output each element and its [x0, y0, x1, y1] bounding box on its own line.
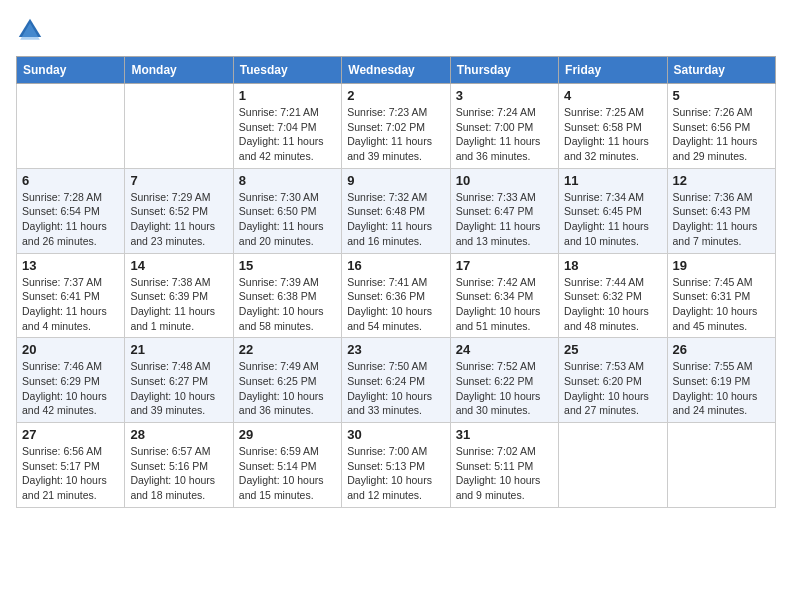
week-row-3: 13Sunrise: 7:37 AMSunset: 6:41 PMDayligh…	[17, 253, 776, 338]
day-details: Sunrise: 7:39 AMSunset: 6:38 PMDaylight:…	[239, 275, 336, 334]
day-cell: 10Sunrise: 7:33 AMSunset: 6:47 PMDayligh…	[450, 168, 558, 253]
day-number: 19	[673, 258, 770, 273]
day-number: 17	[456, 258, 553, 273]
day-cell: 6Sunrise: 7:28 AMSunset: 6:54 PMDaylight…	[17, 168, 125, 253]
day-cell	[17, 84, 125, 169]
day-number: 24	[456, 342, 553, 357]
day-cell: 23Sunrise: 7:50 AMSunset: 6:24 PMDayligh…	[342, 338, 450, 423]
day-cell: 5Sunrise: 7:26 AMSunset: 6:56 PMDaylight…	[667, 84, 775, 169]
day-header-friday: Friday	[559, 57, 667, 84]
day-header-wednesday: Wednesday	[342, 57, 450, 84]
day-cell: 24Sunrise: 7:52 AMSunset: 6:22 PMDayligh…	[450, 338, 558, 423]
day-details: Sunrise: 7:26 AMSunset: 6:56 PMDaylight:…	[673, 105, 770, 164]
day-details: Sunrise: 7:46 AMSunset: 6:29 PMDaylight:…	[22, 359, 119, 418]
day-details: Sunrise: 7:02 AMSunset: 5:11 PMDaylight:…	[456, 444, 553, 503]
day-details: Sunrise: 7:41 AMSunset: 6:36 PMDaylight:…	[347, 275, 444, 334]
day-number: 11	[564, 173, 661, 188]
day-number: 30	[347, 427, 444, 442]
calendar-header-row: SundayMondayTuesdayWednesdayThursdayFrid…	[17, 57, 776, 84]
day-details: Sunrise: 7:55 AMSunset: 6:19 PMDaylight:…	[673, 359, 770, 418]
day-number: 10	[456, 173, 553, 188]
day-details: Sunrise: 7:30 AMSunset: 6:50 PMDaylight:…	[239, 190, 336, 249]
day-number: 3	[456, 88, 553, 103]
day-number: 20	[22, 342, 119, 357]
day-cell	[125, 84, 233, 169]
day-cell: 22Sunrise: 7:49 AMSunset: 6:25 PMDayligh…	[233, 338, 341, 423]
day-details: Sunrise: 7:25 AMSunset: 6:58 PMDaylight:…	[564, 105, 661, 164]
day-number: 5	[673, 88, 770, 103]
day-header-thursday: Thursday	[450, 57, 558, 84]
day-number: 23	[347, 342, 444, 357]
day-cell	[667, 423, 775, 508]
calendar: SundayMondayTuesdayWednesdayThursdayFrid…	[16, 56, 776, 508]
day-number: 13	[22, 258, 119, 273]
day-cell: 7Sunrise: 7:29 AMSunset: 6:52 PMDaylight…	[125, 168, 233, 253]
day-number: 15	[239, 258, 336, 273]
day-details: Sunrise: 7:29 AMSunset: 6:52 PMDaylight:…	[130, 190, 227, 249]
day-details: Sunrise: 7:38 AMSunset: 6:39 PMDaylight:…	[130, 275, 227, 334]
day-details: Sunrise: 7:24 AMSunset: 7:00 PMDaylight:…	[456, 105, 553, 164]
day-number: 12	[673, 173, 770, 188]
logo	[16, 16, 48, 44]
day-cell: 8Sunrise: 7:30 AMSunset: 6:50 PMDaylight…	[233, 168, 341, 253]
day-number: 8	[239, 173, 336, 188]
day-details: Sunrise: 7:37 AMSunset: 6:41 PMDaylight:…	[22, 275, 119, 334]
day-number: 9	[347, 173, 444, 188]
day-details: Sunrise: 7:45 AMSunset: 6:31 PMDaylight:…	[673, 275, 770, 334]
day-details: Sunrise: 6:56 AMSunset: 5:17 PMDaylight:…	[22, 444, 119, 503]
day-cell: 1Sunrise: 7:21 AMSunset: 7:04 PMDaylight…	[233, 84, 341, 169]
day-cell: 3Sunrise: 7:24 AMSunset: 7:00 PMDaylight…	[450, 84, 558, 169]
day-number: 14	[130, 258, 227, 273]
day-cell: 2Sunrise: 7:23 AMSunset: 7:02 PMDaylight…	[342, 84, 450, 169]
day-cell: 11Sunrise: 7:34 AMSunset: 6:45 PMDayligh…	[559, 168, 667, 253]
day-details: Sunrise: 7:23 AMSunset: 7:02 PMDaylight:…	[347, 105, 444, 164]
day-details: Sunrise: 7:42 AMSunset: 6:34 PMDaylight:…	[456, 275, 553, 334]
day-cell: 4Sunrise: 7:25 AMSunset: 6:58 PMDaylight…	[559, 84, 667, 169]
day-details: Sunrise: 7:28 AMSunset: 6:54 PMDaylight:…	[22, 190, 119, 249]
day-cell: 17Sunrise: 7:42 AMSunset: 6:34 PMDayligh…	[450, 253, 558, 338]
day-details: Sunrise: 7:53 AMSunset: 6:20 PMDaylight:…	[564, 359, 661, 418]
day-cell: 13Sunrise: 7:37 AMSunset: 6:41 PMDayligh…	[17, 253, 125, 338]
day-number: 7	[130, 173, 227, 188]
day-number: 18	[564, 258, 661, 273]
day-cell: 12Sunrise: 7:36 AMSunset: 6:43 PMDayligh…	[667, 168, 775, 253]
day-number: 28	[130, 427, 227, 442]
week-row-1: 1Sunrise: 7:21 AMSunset: 7:04 PMDaylight…	[17, 84, 776, 169]
day-number: 22	[239, 342, 336, 357]
day-details: Sunrise: 7:32 AMSunset: 6:48 PMDaylight:…	[347, 190, 444, 249]
day-details: Sunrise: 7:34 AMSunset: 6:45 PMDaylight:…	[564, 190, 661, 249]
day-details: Sunrise: 7:21 AMSunset: 7:04 PMDaylight:…	[239, 105, 336, 164]
day-details: Sunrise: 7:44 AMSunset: 6:32 PMDaylight:…	[564, 275, 661, 334]
day-cell: 19Sunrise: 7:45 AMSunset: 6:31 PMDayligh…	[667, 253, 775, 338]
day-number: 29	[239, 427, 336, 442]
day-number: 31	[456, 427, 553, 442]
day-cell: 20Sunrise: 7:46 AMSunset: 6:29 PMDayligh…	[17, 338, 125, 423]
day-cell: 26Sunrise: 7:55 AMSunset: 6:19 PMDayligh…	[667, 338, 775, 423]
day-cell	[559, 423, 667, 508]
day-details: Sunrise: 7:49 AMSunset: 6:25 PMDaylight:…	[239, 359, 336, 418]
day-header-tuesday: Tuesday	[233, 57, 341, 84]
week-row-5: 27Sunrise: 6:56 AMSunset: 5:17 PMDayligh…	[17, 423, 776, 508]
day-details: Sunrise: 7:33 AMSunset: 6:47 PMDaylight:…	[456, 190, 553, 249]
week-row-2: 6Sunrise: 7:28 AMSunset: 6:54 PMDaylight…	[17, 168, 776, 253]
day-number: 6	[22, 173, 119, 188]
day-details: Sunrise: 7:36 AMSunset: 6:43 PMDaylight:…	[673, 190, 770, 249]
day-details: Sunrise: 7:48 AMSunset: 6:27 PMDaylight:…	[130, 359, 227, 418]
logo-icon	[16, 16, 44, 44]
day-number: 2	[347, 88, 444, 103]
day-details: Sunrise: 6:57 AMSunset: 5:16 PMDaylight:…	[130, 444, 227, 503]
week-row-4: 20Sunrise: 7:46 AMSunset: 6:29 PMDayligh…	[17, 338, 776, 423]
day-number: 26	[673, 342, 770, 357]
day-number: 1	[239, 88, 336, 103]
day-cell: 28Sunrise: 6:57 AMSunset: 5:16 PMDayligh…	[125, 423, 233, 508]
day-header-saturday: Saturday	[667, 57, 775, 84]
day-number: 27	[22, 427, 119, 442]
day-number: 16	[347, 258, 444, 273]
header	[16, 16, 776, 44]
day-number: 25	[564, 342, 661, 357]
day-header-sunday: Sunday	[17, 57, 125, 84]
day-cell: 29Sunrise: 6:59 AMSunset: 5:14 PMDayligh…	[233, 423, 341, 508]
day-cell: 31Sunrise: 7:02 AMSunset: 5:11 PMDayligh…	[450, 423, 558, 508]
day-cell: 16Sunrise: 7:41 AMSunset: 6:36 PMDayligh…	[342, 253, 450, 338]
day-cell: 27Sunrise: 6:56 AMSunset: 5:17 PMDayligh…	[17, 423, 125, 508]
